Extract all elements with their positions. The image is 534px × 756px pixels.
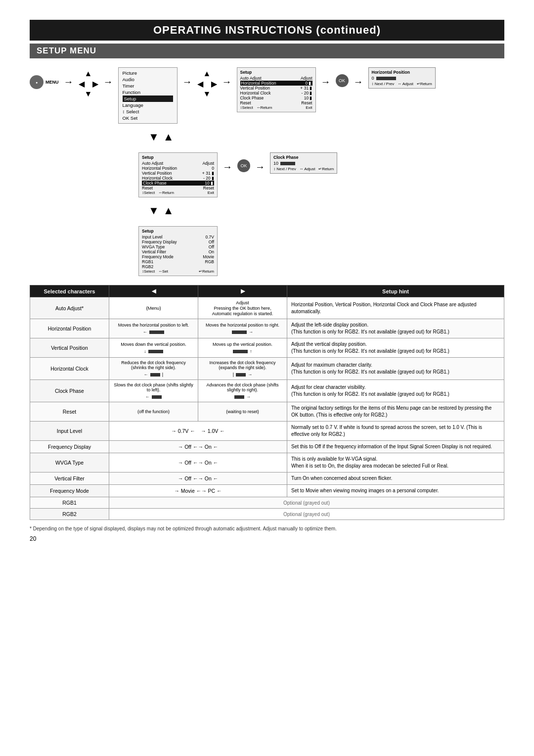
hint-freq-display: Set this to Off if the frequency informa… [287, 441, 504, 453]
table-row: Horizontal Position Moves the horizontal… [30, 319, 504, 338]
hint-auto-adjust: Horizontal Position, Vertical Position, … [287, 297, 504, 319]
right-cphase: Advances the dot clock phase (shifts sli… [198, 380, 287, 402]
table-row: RGB1 Optional (grayed out) [30, 497, 504, 509]
down-arrows-2: ▼ ▲ [30, 204, 504, 217]
page-number: 20 [30, 535, 504, 542]
nav-cross-2: ▲ ◀ ▶ ▼ [197, 69, 217, 98]
table-row: Frequency Mode → Movie ←→ PC ← Set to Mo… [30, 485, 504, 497]
feature-reset: Reset [30, 402, 109, 422]
footnote: * Depending on the type of signal displa… [30, 526, 504, 531]
feature-hclock: Horizontal Clock [30, 358, 109, 380]
hint-hpos: Adjust the left-side display position.(T… [287, 319, 504, 338]
col-header-feature: Selected characters [30, 285, 109, 297]
feature-rgb1: RGB1 [30, 497, 109, 509]
left-reset: (off the function) [109, 402, 198, 422]
arrow-right-7: → [222, 161, 232, 173]
right-hpos: Moves the horizontal position to right. … [198, 319, 287, 338]
right-hclock: Increases the dot clock frequency (expan… [198, 358, 287, 380]
diagram-row-2: Setup Auto AdjustAdjust Horizontal Posit… [30, 150, 504, 197]
right-auto-adjust: AdjustPressing the OK button here,Automa… [198, 297, 287, 319]
table-row: WVGA Type → Off ←→ On ← This is only ava… [30, 453, 504, 472]
right-reset: (waiting to reset) [198, 402, 287, 422]
diagram-row-3: Setup Input Level0.7V Frequency DisplayO… [30, 224, 504, 276]
arrow-right-2: → [103, 76, 113, 88]
col-header-left: ◀ [109, 285, 198, 297]
table-row: Auto Adjust* (Menu) AdjustPressing the O… [30, 297, 504, 319]
setup-box-1: Setup Auto AdjustAdjust Horizontal Posit… [237, 67, 316, 112]
ok-circle-1: OK [336, 74, 349, 87]
table-row: Input Level → 0.7V ← → 1.0V ← Normally s… [30, 422, 504, 441]
setup-box-2: Setup Auto AdjustAdjust Horizontal Posit… [138, 152, 218, 197]
arrow-vfilter: → Off ←→ On ← [109, 472, 287, 485]
left-cphase: Slows the dot clock phase (shifts slight… [109, 380, 198, 402]
arrow-rgb2: Optional (grayed out) [109, 509, 504, 520]
arrow-freq-mode: → Movie ←→ PC ← [109, 485, 287, 497]
table-row: Vertical Filter → Off ←→ On ← Turn On wh… [30, 472, 504, 485]
menu-label: MENU [45, 80, 59, 85]
arrow-right-3: → [182, 76, 192, 88]
feature-rgb2: RGB2 [30, 509, 109, 520]
info-table: Selected characters ◀ ▶ Setup hint Auto … [30, 285, 504, 520]
right-vpos: Moves up the vertical position. ↑ [198, 338, 287, 358]
arrow-right-5: → [321, 76, 331, 88]
section-title: SETUP MENU [30, 44, 504, 58]
table-row: Reset (off the function) (waiting to res… [30, 402, 504, 422]
arrow-freq-display: → Off ←→ On ← [109, 441, 287, 453]
hint-vfilter: Turn On when concerned about screen flic… [287, 472, 504, 485]
table-row: Vertical Position Moves down the vertica… [30, 338, 504, 358]
arrow-input-level: → 0.7V ← → 1.0V ← [109, 422, 287, 441]
main-title: OPERATING INSTRUCTIONS (continued) [30, 20, 504, 41]
arrow-right-4: → [222, 76, 232, 88]
feature-cphase: Clock Phase [30, 380, 109, 402]
table-row: Frequency Display → Off ←→ On ← Set this… [30, 441, 504, 453]
feature-freq-display: Frequency Display [30, 441, 109, 453]
table-row: Clock Phase Slows the dot clock phase (s… [30, 380, 504, 402]
menu-box-1: Picture Audio Timer Function Setup Langu… [118, 67, 178, 124]
hint-freq-mode: Set to Movie when viewing moving images … [287, 485, 504, 497]
left-hpos: Moves the horizontal position to left. ← [109, 319, 198, 338]
feature-input-level: Input Level [30, 422, 109, 441]
down-arrows-1: ▼ ▲ [30, 131, 504, 143]
feature-wvga: WVGA Type [30, 453, 109, 472]
nav-cross-1: ▲ ◀ ▶ ▼ [79, 69, 98, 98]
feature-vfilter: Vertical Filter [30, 472, 109, 485]
left-auto-adjust: (Menu) [109, 297, 198, 319]
hint-reset: The original factory settings for the it… [287, 402, 504, 422]
hint-hclock: Adjust for maximum character clarity.(Th… [287, 358, 504, 380]
hint-cphase: Adjust for clear character visibility.(T… [287, 380, 504, 402]
hint-vpos: Adjust the vertical display position.(Th… [287, 338, 504, 358]
setup-box-3: Setup Input Level0.7V Frequency DisplayO… [138, 226, 218, 276]
ok-circle-2: OK [237, 159, 250, 172]
cphase-display: Clock Phase 10 ↕ Next / Prev ↔ Adjust ↵R… [270, 152, 337, 174]
arrow-wvga: → Off ←→ On ← [109, 453, 287, 472]
feature-freq-mode: Frequency Mode [30, 485, 109, 497]
feature-auto-adjust: Auto Adjust* [30, 297, 109, 319]
arrow-right-6: → [354, 76, 363, 88]
left-vpos: Moves down the vertical position. ↓ [109, 338, 198, 358]
menu-circle-icon: ● [30, 75, 44, 89]
left-hclock: Reduces the dot clock frequency (shrinks… [109, 358, 198, 380]
arrow-right-8: → [255, 161, 265, 173]
feature-hpos: Horizontal Position [30, 319, 109, 338]
hint-input-level: Normally set to 0.7 V. If white is found… [287, 422, 504, 441]
hpos-display: Horizontal Position 0 ↕ Next / Prev ↔ Ad… [368, 67, 436, 89]
table-row: RGB2 Optional (grayed out) [30, 509, 504, 520]
hint-wvga: This is only available for W-VGA signal.… [287, 453, 504, 472]
arrow-rgb1: Optional (grayed out) [109, 497, 504, 509]
diagram-row-1: ● MENU → ▲ ◀ ▶ ▼ → Picture Audio Timer F… [30, 65, 504, 124]
col-header-hint: Setup hint [287, 285, 504, 297]
arrow-right-1: → [64, 76, 74, 88]
table-row: Horizontal Clock Reduces the dot clock f… [30, 358, 504, 380]
diagram-area: ● MENU → ▲ ◀ ▶ ▼ → Picture Audio Timer F… [30, 65, 504, 276]
col-header-right: ▶ [198, 285, 287, 297]
feature-vpos: Vertical Position [30, 338, 109, 358]
